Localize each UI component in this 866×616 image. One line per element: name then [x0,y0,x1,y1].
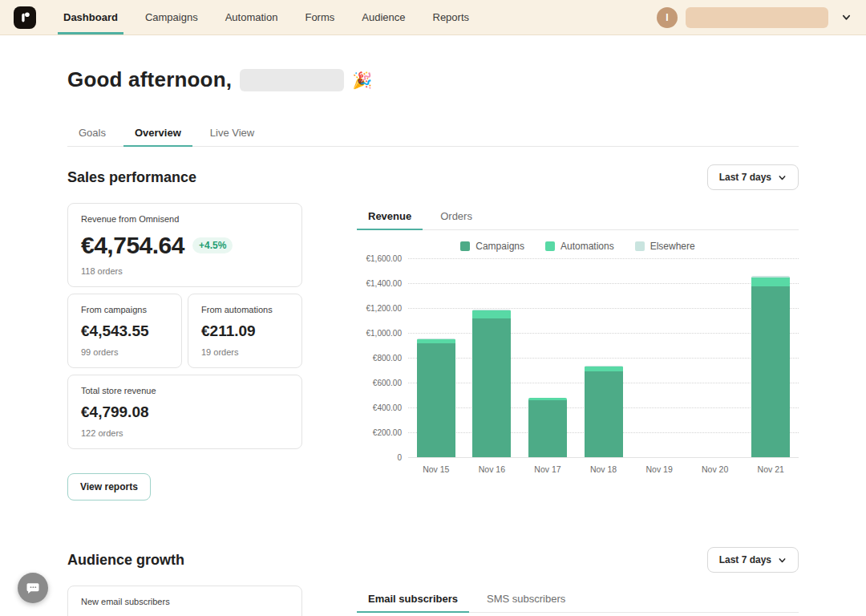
stacked-bar[interactable] [585,366,623,457]
avatar[interactable]: I [657,7,678,28]
bar-segment-campaigns [472,318,511,457]
y-axis-tick-label: €1,400.00 [355,279,402,288]
sales-chart-tabs: Revenue Orders [357,203,799,230]
tab-sms-subscribers[interactable]: SMS subscribers [475,586,577,612]
chevron-down-icon[interactable] [841,12,852,22]
revenue-delta-badge: +4.5% [192,237,233,253]
stacked-bar[interactable] [751,276,790,457]
sales-columns: Revenue from Omnisend €4,754.64 +4.5% 11… [67,203,799,500]
sales-date-range-dropdown[interactable]: Last 7 days [707,164,799,190]
omnisend-logo-glyph [17,10,33,26]
sales-chart-plot-area: €1,600.00€1,400.00€1,200.00€1,000.00€800… [408,258,799,457]
bar-slots [408,258,799,457]
sales-bar-chart: €1,600.00€1,400.00€1,200.00€1,000.00€800… [408,258,799,474]
stacked-bar[interactable] [417,338,455,457]
tab-orders[interactable]: Orders [429,203,484,229]
y-axis-tick-label: €600.00 [355,379,402,387]
audience-date-range-label: Last 7 days [719,554,771,565]
legend-swatch [635,241,645,251]
total-store-revenue-card: Total store revenue €4,799.08 122 orders [67,375,302,449]
new-email-subscribers-card: New email subscribers 339 -89 [67,586,302,616]
sales-chart-x-axis: Nov 15Nov 16Nov 17Nov 18Nov 19Nov 20Nov … [408,464,799,474]
bar-slot-nov-18 [576,258,632,457]
nav-item-automation[interactable]: Automation [212,0,292,34]
chevron-down-icon [778,556,787,565]
nav-item-forms[interactable]: Forms [291,0,348,34]
nav-item-dashboard[interactable]: Dashboard [50,0,132,34]
audience-chart-tabs: Email subscribers SMS subscribers [357,586,799,613]
bar-slot-nov-16 [464,258,520,457]
y-axis-tick-label: €200.00 [355,428,402,437]
legend-item-automations: Automations [545,241,614,252]
x-axis-tick-label: Nov 19 [631,464,687,474]
audience-date-range-dropdown[interactable]: Last 7 days [707,547,799,573]
y-axis-tick-label: €800.00 [355,354,402,363]
sales-stat-cards: Revenue from Omnisend €4,754.64 +4.5% 11… [67,203,302,500]
legend-item-elsewhere: Elsewhere [635,241,695,252]
legend-swatch [460,241,470,251]
tab-overview[interactable]: Overview [123,120,192,146]
card-label: From campaigns [81,305,168,314]
revenue-value: €4,754.64 [81,232,184,259]
y-axis-tick-label: €400.00 [355,403,402,412]
x-axis-tick-label: Nov 16 [464,464,520,474]
from-automations-card: From automations €211.09 19 orders [188,294,302,368]
nav-item-audience[interactable]: Audience [348,0,419,34]
sales-date-range-label: Last 7 days [719,172,771,183]
bar-segment-campaigns [585,371,623,457]
legend-label: Automations [560,241,614,252]
audience-columns: New email subscribers 339 -89 Email subs… [67,586,799,616]
tab-revenue[interactable]: Revenue [357,203,423,229]
legend-item-campaigns: Campaigns [460,241,524,252]
chat-bubble-icon [25,580,41,596]
sales-section-header: Sales performance Last 7 days [67,164,799,190]
bar-segment-automations [472,310,511,318]
bar-slot-nov-20 [687,258,743,457]
nav-item-reports[interactable]: Reports [419,0,484,34]
greeting-text: Good afternoon, [67,67,232,92]
stacked-bar[interactable] [528,398,567,457]
card-label: From automations [201,305,289,314]
user-name-redacted [240,69,344,91]
sales-chart-panel: Revenue Orders CampaignsAutomationsElsew… [357,203,799,500]
x-axis-tick-label: Nov 20 [687,464,743,474]
campaigns-orders-count: 99 orders [81,347,168,357]
sales-chart-legend: CampaignsAutomationsElsewhere [357,241,799,252]
y-axis-tick-label: €1,000.00 [355,329,402,338]
omnisend-logo[interactable] [0,0,50,34]
x-axis-tick-label: Nov 15 [408,464,464,474]
y-axis-tick-label: €1,600.00 [355,254,402,263]
omnisend-logo-mark [14,6,36,29]
bar-segment-campaigns [417,343,455,457]
x-axis-tick-label: Nov 17 [520,464,576,474]
total-revenue-value: €4,799.08 [81,403,149,421]
account-menu[interactable]: I [657,0,866,34]
x-axis-tick-label: Nov 18 [576,464,632,474]
campaigns-value: €4,543.55 [81,322,149,340]
audience-chart-panel: Email subscribers SMS subscribers Existi… [357,586,799,616]
top-navbar: Dashboard Campaigns Automation Forms Aud… [0,0,866,35]
bar-slot-nov-21 [743,258,799,457]
y-axis-tick-label: €1,200.00 [355,304,402,313]
account-name-redacted[interactable] [686,7,828,28]
card-label: Revenue from Omnisend [81,214,289,224]
legend-swatch [545,241,555,251]
legend-label: Campaigns [475,241,524,252]
card-label: Total store revenue [81,386,289,395]
dashboard-tabs: Goals Overview Live View [67,120,799,147]
sales-section-title: Sales performance [67,169,196,186]
tab-email-subscribers[interactable]: Email subscribers [357,586,469,612]
revenue-from-omnisend-card: Revenue from Omnisend €4,754.64 +4.5% 11… [67,203,302,287]
view-reports-button[interactable]: View reports [67,473,151,500]
automations-value: €211.09 [201,322,256,340]
stacked-bar[interactable] [472,310,511,457]
tab-goals[interactable]: Goals [67,120,117,146]
card-label: New email subscribers [81,597,289,606]
nav-item-campaigns[interactable]: Campaigns [132,0,212,34]
greeting-row: Good afternoon, 🎉 [67,67,799,92]
chat-widget-button[interactable] [18,573,48,603]
party-popper-emoji: 🎉 [352,71,372,90]
bar-segment-campaigns [751,286,790,457]
tab-live-view[interactable]: Live View [199,120,265,146]
gridline [408,457,799,458]
